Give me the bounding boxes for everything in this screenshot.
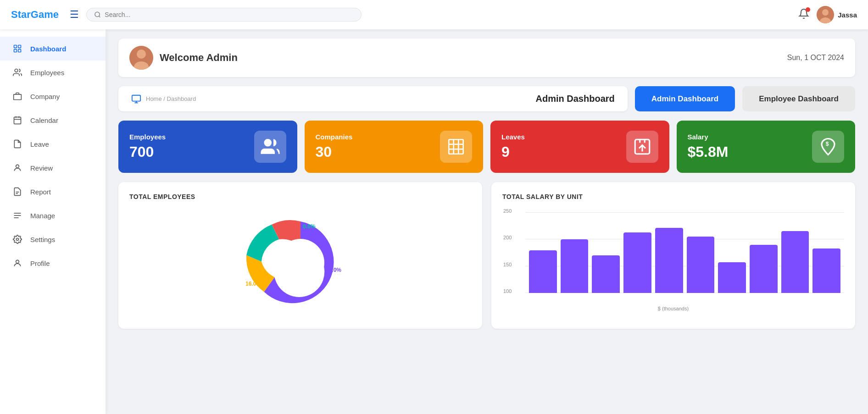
welcome-left: Welcome Admin [129, 46, 238, 70]
main-content: Welcome Admin Sun, 1 OCT 2024 Home / Das… [106, 29, 868, 414]
breadcrumb-card: Home / Dashboard Admin Dashboard [118, 86, 628, 111]
notification-button[interactable] [798, 8, 809, 21]
bar-column [781, 231, 809, 293]
sidebar-item-profile[interactable]: Profile [0, 251, 106, 275]
home-icon [11, 42, 24, 55]
bar-column [623, 232, 651, 293]
sidebar-item-label: Report [30, 188, 51, 196]
svg-rect-5 [14, 45, 17, 48]
companies-stat-icon [440, 131, 472, 163]
svg-point-3 [822, 9, 829, 16]
sidebar-item-label: Company [30, 93, 60, 100]
bar-chart-inner: 250 200 150 100 [502, 212, 844, 304]
stat-card-companies: Companies 30 [305, 121, 484, 173]
svg-point-9 [15, 69, 18, 72]
employee-dashboard-tab[interactable]: Employee Dashboard [742, 86, 855, 111]
bar-column [812, 248, 840, 293]
avatar [817, 6, 834, 23]
svg-point-15 [16, 165, 19, 168]
admin-dashboard-tab[interactable]: Admin Dashboard [635, 86, 735, 111]
stat-value: 30 [316, 144, 353, 160]
bar [655, 228, 683, 293]
bar [687, 237, 715, 293]
stat-card-employees: Employees 700 [118, 121, 297, 173]
breadcrumb-row: Home / Dashboard Admin Dashboard Admin D… [118, 86, 855, 111]
stat-card-leaves: Leaves 9 [490, 121, 669, 173]
stat-info: Salary $5.8M [688, 133, 729, 160]
sidebar: Dashboard Employees Company Calendar Lea… [0, 29, 106, 414]
bar-column [718, 262, 746, 293]
bar [592, 255, 620, 293]
employees-icon [11, 66, 24, 79]
bar [750, 245, 778, 293]
review-icon [11, 161, 24, 174]
svg-text:16.0%: 16.0% [245, 281, 261, 287]
report-icon [11, 185, 24, 198]
salary-stat-icon: $ [812, 131, 844, 163]
company-icon [11, 90, 24, 103]
stat-info: Employees 700 [129, 133, 166, 160]
sidebar-item-company[interactable]: Company [0, 84, 106, 108]
profile-icon [11, 257, 24, 270]
bar [623, 232, 651, 293]
stat-value: $5.8M [688, 144, 729, 160]
stat-label: Companies [316, 133, 353, 141]
bar-chart-title: TOTAL SALARY BY UNIT [502, 193, 844, 200]
sidebar-item-label: Dashboard [30, 45, 66, 53]
bars [525, 212, 844, 293]
monitor-icon [131, 94, 141, 104]
settings-icon [11, 233, 24, 246]
sidebar-item-label: Calendar [30, 116, 58, 124]
sidebar-item-label: Settings [30, 236, 55, 243]
sidebar-item-label: Employees [30, 69, 64, 77]
search-bar [86, 8, 362, 22]
welcome-text: Welcome Admin [160, 52, 238, 64]
svg-rect-30 [449, 139, 463, 154]
sidebar-item-calendar[interactable]: Calendar [0, 108, 106, 132]
leave-icon [11, 138, 24, 150]
svg-point-0 [95, 12, 100, 17]
bottom-section: TOTAL EMPLOYEES [118, 182, 855, 329]
stat-label: Employees [129, 133, 166, 141]
svg-rect-26 [132, 95, 140, 101]
leaves-stat-icon [626, 131, 658, 163]
stat-value: 700 [129, 144, 166, 160]
bar [812, 248, 840, 293]
bar-column [592, 255, 620, 293]
stat-value: 9 [501, 144, 525, 160]
svg-rect-8 [18, 50, 21, 52]
svg-point-21 [17, 238, 19, 241]
sidebar-item-label: Manage [30, 212, 55, 220]
bar [529, 250, 557, 293]
breadcrumb-path: Home / Dashboard [146, 95, 196, 102]
donut-chart-card: TOTAL EMPLOYEES [118, 182, 482, 329]
search-input[interactable] [105, 11, 354, 18]
search-icon [94, 11, 101, 18]
sidebar-item-review[interactable]: Review [0, 156, 106, 180]
svg-text:8.0%: 8.0% [303, 223, 316, 230]
svg-rect-11 [14, 117, 21, 124]
sidebar-item-dashboard[interactable]: Dashboard [0, 37, 106, 61]
stat-info: Companies 30 [316, 133, 353, 160]
sidebar-item-report[interactable]: Report [0, 180, 106, 204]
bar [561, 239, 589, 293]
bar-column [529, 250, 557, 293]
svg-point-22 [16, 260, 19, 263]
employees-stat-icon [254, 131, 286, 163]
svg-line-1 [99, 16, 100, 17]
hamburger-icon[interactable]: ☰ [70, 9, 79, 21]
user-menu[interactable]: Jassa [817, 6, 857, 23]
svg-point-24 [137, 50, 146, 59]
sidebar-item-employees[interactable]: Employees [0, 61, 106, 84]
svg-rect-7 [14, 50, 17, 52]
svg-text:$: $ [826, 141, 829, 147]
bar [718, 262, 746, 293]
donut-chart-title: TOTAL EMPLOYEES [129, 193, 471, 200]
sidebar-item-leave[interactable]: Leave [0, 132, 106, 156]
sidebar-item-manage[interactable]: Manage [0, 204, 106, 227]
bar [781, 231, 809, 293]
bar-column [655, 228, 683, 293]
manage-icon [11, 209, 24, 222]
bar-column [687, 237, 715, 293]
sidebar-item-settings[interactable]: Settings [0, 227, 106, 251]
